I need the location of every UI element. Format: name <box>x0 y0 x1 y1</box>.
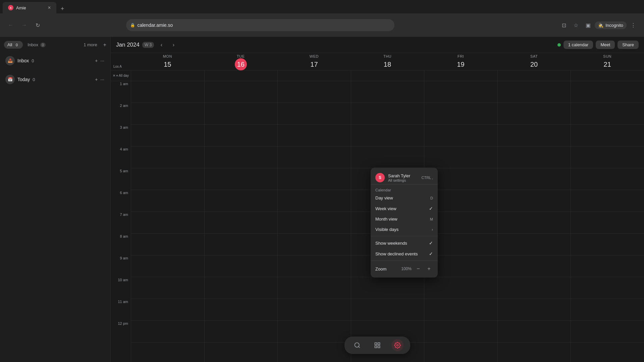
sidebar-add-button[interactable]: + <box>103 42 106 48</box>
sidebar-section-inbox: 📥 Inbox 0 + ··· <box>4 54 106 67</box>
time-3am: 3 am <box>111 125 131 146</box>
day-col-tue[interactable] <box>204 81 278 362</box>
time-12pm: 12 pm <box>111 321 131 343</box>
bottom-toolbar <box>344 337 410 354</box>
ctx-zoom-minus-button[interactable]: − <box>414 265 422 273</box>
allday-cell-sat[interactable] <box>497 70 571 81</box>
ctx-visible-days-arrow: › <box>432 227 433 232</box>
dow-fri: FRI <box>458 54 464 58</box>
allday-cell-fri[interactable] <box>424 70 497 81</box>
ctx-zoom-plus-button[interactable]: + <box>425 265 433 273</box>
dow-thu: THU <box>383 54 391 58</box>
today-more-button[interactable]: ··· <box>100 76 105 83</box>
cal-prev-button[interactable]: ‹ <box>157 40 166 50</box>
allday-cell-tue[interactable] <box>204 70 278 81</box>
dow-wed: WED <box>310 54 319 58</box>
allday-cell-wed[interactable] <box>277 70 351 81</box>
svg-rect-3 <box>378 343 380 345</box>
address-bar[interactable]: 🔒 calendar.amie.so <box>126 19 394 31</box>
allday-cell-thu[interactable] <box>351 70 424 81</box>
meet-button[interactable]: Meet <box>596 41 615 49</box>
allday-add-icon[interactable]: + <box>116 73 118 78</box>
calendars-button[interactable]: 1 calendar <box>564 41 593 49</box>
day-header-sat20: SAT 20 <box>497 53 571 70</box>
incognito-icon: 🕵 <box>598 23 603 28</box>
ctx-zoom-value: 100% <box>401 266 412 271</box>
inbox-add-button[interactable]: + <box>94 57 98 64</box>
date-19: 19 <box>455 58 467 70</box>
date-20: 20 <box>528 58 540 70</box>
ctx-day-view-shortcut: D <box>430 196 433 200</box>
ctx-zoom-label: Zoom <box>375 266 398 272</box>
day-col-sat[interactable] <box>497 81 571 362</box>
reload-button[interactable]: ↻ <box>32 20 43 31</box>
day-header-thu18: THU 18 <box>351 53 424 70</box>
incognito-label: Incognito <box>605 23 623 28</box>
allday-cell-sun[interactable] <box>571 70 644 81</box>
date-18: 18 <box>381 58 393 70</box>
ctx-day-view-label: Day view <box>375 195 428 200</box>
dow-sun: SUN <box>603 54 611 58</box>
ctx-declined-label: Show declined events <box>375 251 426 256</box>
sidebar-tab-all[interactable]: All 0 <box>4 41 23 49</box>
back-button[interactable]: ← <box>5 20 16 31</box>
ctx-zoom-row: Zoom 100% − + <box>371 262 438 276</box>
ctx-item-show-weekends[interactable]: Show weekends ✓ <box>371 238 438 248</box>
time-5am: 5 am <box>111 168 131 190</box>
cast-icon[interactable]: ⊡ <box>558 20 569 31</box>
ctx-divider-2 <box>371 260 438 261</box>
allday-close-icon[interactable]: ✕ <box>113 74 115 77</box>
tab-close-button[interactable]: ✕ <box>48 5 51 10</box>
today-add-button[interactable]: + <box>94 76 98 83</box>
inbox-more-button[interactable]: ··· <box>100 57 105 64</box>
browser-tabs: A Amie ✕ + <box>0 0 644 13</box>
ctx-month-view-label: Month view <box>375 217 427 222</box>
search-toolbar-button[interactable] <box>351 339 363 351</box>
ctx-divider-1 <box>371 236 438 236</box>
ctx-user-shortcut: CTRL , <box>422 176 433 180</box>
ctx-item-visible-days[interactable]: Visible days › <box>371 224 438 235</box>
inbox-icon: 📥 <box>5 56 15 65</box>
ctx-item-show-declined[interactable]: Show declined events ✓ <box>371 248 438 259</box>
ctx-user-sub: All settings <box>388 178 418 182</box>
allday-row: ✕ + All day <box>111 70 644 81</box>
layout-toolbar-button[interactable] <box>371 339 383 351</box>
settings-toolbar-button[interactable] <box>391 339 404 351</box>
dow-sat: SAT <box>530 54 538 58</box>
day-col-mon[interactable] <box>131 81 204 362</box>
new-tab-button[interactable]: + <box>58 4 67 13</box>
active-tab[interactable]: A Amie ✕ <box>3 2 56 13</box>
sidebar-tab-more[interactable]: 1 more <box>80 41 100 49</box>
forward-button[interactable]: → <box>19 20 30 31</box>
time-7am: 7 am <box>111 212 131 234</box>
ctx-week-view-label: Week view <box>375 206 426 211</box>
inbox-title: Inbox <box>17 58 29 63</box>
ctx-week-view-check: ✓ <box>429 206 433 211</box>
ctx-item-month-view[interactable]: Month view M <box>371 214 438 224</box>
inbox-badge: 0 <box>40 43 46 47</box>
ctx-weekends-label: Show weekends <box>375 241 426 246</box>
menu-icon[interactable]: ⋮ <box>628 20 639 31</box>
incognito-button[interactable]: 🕵 Incognito <box>595 21 627 29</box>
ctx-declined-check: ✓ <box>429 251 433 256</box>
ctx-item-week-view[interactable]: Week view ✓ <box>371 203 438 214</box>
time-9am: 9 am <box>111 255 131 277</box>
svg-rect-2 <box>375 343 377 345</box>
svg-rect-4 <box>375 346 377 348</box>
allday-cell-mon[interactable] <box>131 70 204 81</box>
timezone-label: Los A <box>113 65 122 68</box>
dow-mon: MON <box>163 54 172 58</box>
day-col-sun[interactable] <box>571 81 644 362</box>
sidebar-toggle-icon[interactable]: ▣ <box>583 20 593 31</box>
day-col-wed[interactable] <box>277 81 351 362</box>
ctx-item-day-view[interactable]: Day view D <box>371 193 438 203</box>
bookmark-icon[interactable]: ☆ <box>571 20 581 31</box>
sidebar-tab-inbox[interactable]: Inbox 0 <box>24 41 49 49</box>
time-labels: 1 am 2 am 3 am 4 am 5 am 6 am 7 am 8 am … <box>111 81 131 362</box>
cal-next-button[interactable]: › <box>169 40 178 50</box>
share-button[interactable]: Share <box>618 41 639 49</box>
main-content: All 0 Inbox 0 1 more + 📥 Inbox 0 + ··· <box>0 37 644 362</box>
day-header-mon15: MON 15 <box>131 53 204 70</box>
today-actions: + ··· <box>94 76 105 83</box>
browser-toolbar: ← → ↻ 🔒 calendar.amie.so ⊡ ☆ ▣ 🕵 Incogni… <box>0 13 644 37</box>
